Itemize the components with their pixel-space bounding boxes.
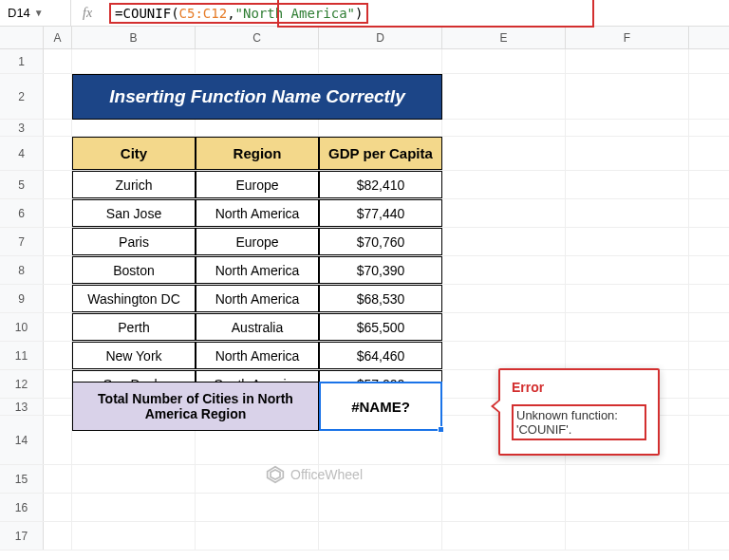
row-header-4[interactable]: 4	[0, 137, 44, 170]
cell[interactable]	[442, 342, 566, 369]
cell[interactable]	[442, 313, 566, 341]
col-header-E[interactable]: E	[442, 27, 566, 48]
header-gdp[interactable]: GDP per Capita	[319, 137, 442, 170]
row-header-14[interactable]: 14	[0, 416, 44, 464]
table-cell[interactable]: Europe	[196, 228, 319, 255]
table-cell[interactable]: $68,530	[319, 285, 442, 312]
table-cell[interactable]: Perth	[72, 313, 196, 341]
cell[interactable]	[196, 49, 319, 73]
cell[interactable]	[44, 74, 72, 119]
cell[interactable]	[72, 49, 196, 73]
name-box[interactable]: D14 ▼	[0, 0, 71, 26]
row-header-12[interactable]: 12	[0, 370, 44, 398]
cell[interactable]	[44, 522, 72, 550]
select-all-corner[interactable]	[0, 27, 44, 48]
chevron-down-icon[interactable]: ▼	[34, 8, 44, 18]
table-cell[interactable]: Boston	[72, 256, 196, 284]
row-header-10[interactable]: 10	[0, 313, 44, 341]
cell[interactable]	[442, 285, 566, 312]
table-cell[interactable]: $77,440	[319, 199, 442, 227]
table-cell[interactable]: Paris	[72, 228, 196, 255]
cell[interactable]	[566, 285, 689, 312]
cell[interactable]	[196, 522, 319, 550]
table-cell[interactable]: $82,410	[319, 171, 442, 198]
table-cell[interactable]: Zurich	[72, 171, 196, 198]
cell[interactable]	[566, 137, 689, 170]
cell[interactable]	[566, 120, 689, 136]
cell[interactable]	[566, 522, 689, 550]
fx-icon[interactable]: fx	[71, 6, 103, 21]
cell[interactable]	[44, 285, 72, 312]
cell[interactable]	[44, 137, 72, 170]
cell[interactable]	[72, 522, 196, 550]
row-header-11[interactable]: 11	[0, 342, 44, 369]
row-header-17[interactable]: 17	[0, 522, 44, 550]
cell[interactable]	[44, 399, 72, 415]
cell[interactable]	[442, 199, 566, 227]
table-cell[interactable]: North America	[196, 199, 319, 227]
col-header-A[interactable]: A	[44, 27, 72, 48]
table-cell[interactable]: Australia	[196, 313, 319, 341]
row-header-7[interactable]: 7	[0, 228, 44, 255]
cell[interactable]	[442, 228, 566, 255]
cell[interactable]	[319, 522, 442, 550]
cell[interactable]	[442, 494, 566, 521]
active-cell[interactable]: #NAME?	[319, 382, 442, 431]
table-cell[interactable]: North America	[196, 342, 319, 369]
cell[interactable]	[319, 49, 442, 73]
cell[interactable]	[566, 199, 689, 227]
table-cell[interactable]: San Jose	[72, 199, 196, 227]
title-banner[interactable]: Inserting Function Name Correctly	[72, 74, 442, 120]
cell[interactable]	[442, 522, 566, 550]
table-cell[interactable]: $70,390	[319, 256, 442, 284]
row-header-8[interactable]: 8	[0, 256, 44, 284]
row-header-15[interactable]: 15	[0, 465, 44, 493]
cell[interactable]	[442, 465, 566, 493]
cell[interactable]	[442, 171, 566, 198]
cell[interactable]	[44, 199, 72, 227]
col-header-D[interactable]: D	[319, 27, 442, 48]
cell[interactable]	[44, 342, 72, 369]
row-header-3[interactable]: 3	[0, 120, 44, 136]
cell[interactable]	[566, 313, 689, 341]
header-city[interactable]: City	[72, 137, 196, 170]
cell[interactable]	[442, 120, 566, 136]
cell[interactable]	[44, 171, 72, 198]
cell[interactable]	[566, 342, 689, 369]
cell[interactable]	[44, 494, 72, 521]
cell[interactable]	[44, 256, 72, 284]
row-header-1[interactable]: 1	[0, 49, 44, 73]
cell[interactable]	[566, 256, 689, 284]
cell[interactable]	[72, 465, 196, 493]
cell[interactable]	[196, 494, 319, 521]
formula-input[interactable]: =COUNIF(C5:C12,"North America")	[103, 0, 729, 26]
cell[interactable]	[44, 120, 72, 136]
summary-label[interactable]: Total Number of Cities in North America …	[72, 382, 319, 431]
cell[interactable]	[442, 49, 566, 73]
row-header-9[interactable]: 9	[0, 285, 44, 312]
row-header-13[interactable]: 13	[0, 399, 44, 415]
row-header-6[interactable]: 6	[0, 199, 44, 227]
cell[interactable]	[72, 494, 196, 521]
table-cell[interactable]: $64,460	[319, 342, 442, 369]
col-header-B[interactable]: B	[72, 27, 196, 48]
table-cell[interactable]: $65,500	[319, 313, 442, 341]
header-region[interactable]: Region	[196, 137, 319, 170]
col-header-F[interactable]: F	[566, 27, 689, 48]
table-cell[interactable]: New York	[72, 342, 196, 369]
table-cell[interactable]: North America	[196, 256, 319, 284]
table-cell[interactable]: Washington DC	[72, 285, 196, 312]
cell[interactable]	[44, 228, 72, 255]
cell[interactable]	[196, 120, 319, 136]
cell[interactable]	[442, 256, 566, 284]
cell[interactable]	[566, 494, 689, 521]
cell[interactable]	[44, 465, 72, 493]
cell[interactable]	[566, 228, 689, 255]
cell[interactable]	[72, 120, 196, 136]
cell[interactable]	[319, 494, 442, 521]
cell[interactable]	[44, 370, 72, 398]
cell[interactable]	[44, 313, 72, 341]
col-header-C[interactable]: C	[196, 27, 319, 48]
cell[interactable]	[319, 120, 442, 136]
cell[interactable]	[44, 416, 72, 464]
